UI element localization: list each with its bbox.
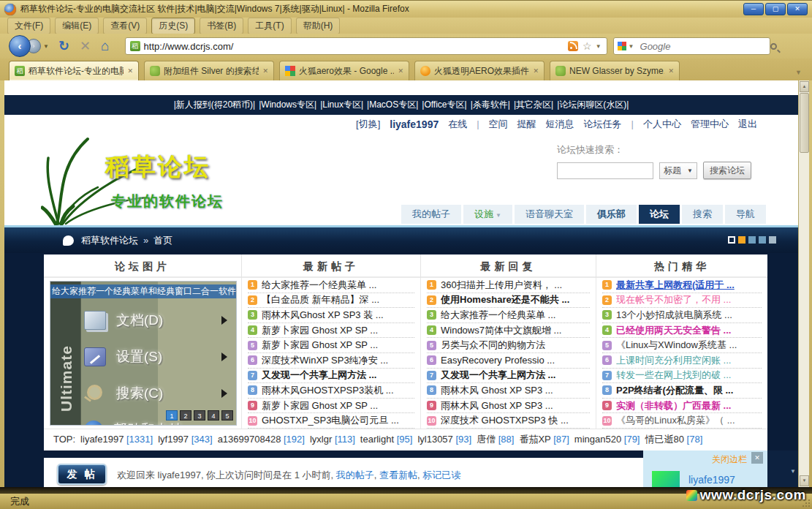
breadcrumb-page[interactable]: 首页 [153, 234, 172, 247]
forum-post-link[interactable]: 1给大家推荐一个经典菜单 ... [248, 278, 414, 293]
username-link[interactable]: liyafe1997 [390, 118, 439, 130]
forum-post-link[interactable]: 9实测（非转载）广西最新 ... [602, 399, 762, 414]
menu-item[interactable]: 历史(S) [151, 18, 195, 34]
forum-post-link[interactable]: 4新萝卜家园 Ghost XP SP ... [248, 323, 414, 339]
tab-close-icon[interactable]: ✕ [262, 67, 268, 75]
new-post-button[interactable]: 发 帖 [57, 464, 107, 485]
list-all-tabs-icon[interactable]: ▼ [795, 69, 802, 76]
search-type-select[interactable]: 标题 ▼ [659, 162, 697, 179]
quick-search-input[interactable] [557, 162, 653, 179]
menu-item[interactable]: 书签(B) [200, 18, 243, 34]
welcome-link[interactable]: 查看新帖 [379, 470, 417, 480]
forum-tab[interactable]: 俱乐部 [586, 205, 637, 224]
search-input[interactable] [640, 41, 770, 52]
top-user-name[interactable]: lyxlgr [310, 434, 335, 445]
forum-post-link[interactable]: 10《鸟哥的Linux私房菜》（ ... [602, 413, 762, 429]
forum-post-link[interactable]: 8雨林木风 Ghost XP SP3 ... [427, 383, 590, 399]
tab-close-icon[interactable]: ✕ [398, 67, 403, 75]
sidebar-scroll-arrow-icon[interactable]: ▼ [790, 468, 796, 475]
top-user-name[interactable]: mingan520 [574, 434, 624, 445]
forum-tab[interactable]: 设施▼ [463, 205, 512, 224]
tab-close-icon[interactable]: ✕ [127, 67, 133, 75]
sidebar-username[interactable]: liyafe1997 [688, 474, 735, 486]
forum-post-link[interactable]: 2【白金品质 新年精品】深 ... [248, 293, 414, 309]
forum-post-link[interactable]: 2使用Homeshare还是不能共 ... [427, 293, 590, 309]
forum-post-link[interactable]: 1最新共享上网教程(适用于 ... [602, 278, 762, 293]
close-sidebar-label[interactable]: 关闭边栏 [712, 453, 747, 466]
top-user-name[interactable]: lyf1997 [158, 434, 191, 445]
carousel-page-button[interactable]: 2 [180, 410, 191, 421]
forum-post-link[interactable]: 7又发现一个共享上网方法 ... [248, 369, 414, 384]
forum-post-link[interactable]: 1360扫描并上传用户资料， ... [427, 278, 590, 293]
userbar-link[interactable]: 短消息 [546, 118, 574, 131]
carousel-page-button[interactable]: 5 [221, 410, 233, 421]
top-user-name[interactable]: lyl13057 [417, 434, 455, 445]
forum-post-link[interactable]: 2现在帐号不加密了，不用 ... [602, 293, 762, 309]
resize-grip[interactable] [801, 498, 810, 507]
menu-item[interactable]: 编辑(E) [55, 18, 99, 34]
forum-post-link[interactable]: 7又发现一个共享上网方法 ... [427, 369, 590, 384]
browser-tab[interactable]: 火狐透明AERO效果插件~...✕ [414, 61, 545, 80]
forum-post-link[interactable]: 6EasyRecovery Professio ... [427, 353, 590, 369]
forum-post-link[interactable]: 6深度技术WinXP SP3纯净安 ... [248, 353, 414, 369]
search-box[interactable]: ▼ [613, 37, 770, 55]
menu-item[interactable]: 文件(F) [7, 18, 50, 34]
maximize-button[interactable]: ▢ [765, 3, 786, 15]
engine-dropdown-icon[interactable]: ▼ [629, 43, 634, 50]
userbar-link[interactable]: 管理中心 [691, 118, 729, 131]
topnav-link[interactable]: |其它杂区| [514, 99, 553, 111]
forum-post-link[interactable]: 8P2P终结者(分配流量、限 ... [602, 383, 762, 399]
forum-post-link[interactable]: 6上课时间充分利用空闲账 ... [602, 353, 762, 369]
page-scrollbar[interactable]: ▲ ▼ [798, 80, 809, 487]
topnav-link[interactable]: |论坛闲聊区(水区)| [557, 99, 629, 111]
stop-icon[interactable]: ✕ [80, 38, 91, 54]
scroll-down-icon[interactable]: ▼ [800, 475, 809, 486]
history-dropdown-icon[interactable]: ▼ [43, 43, 49, 50]
forum-post-link[interactable]: 9雨林木风 Ghost XP SP3 ... [427, 399, 590, 414]
forum-post-link[interactable]: 5另类与众不同的购物方法 [427, 338, 590, 353]
forum-post-link[interactable]: 5《Linux与XWindow系统基 ... [602, 338, 762, 353]
forum-tab[interactable]: 论坛 [639, 205, 680, 224]
carousel-page-button[interactable]: 4 [208, 410, 219, 421]
tab-close-icon[interactable]: ✕ [533, 67, 539, 75]
switch-user-link[interactable]: [切换] [356, 118, 380, 131]
topnav-link[interactable]: |Windows专区| [259, 99, 316, 111]
menu-item[interactable]: 帮助(H) [296, 18, 341, 34]
avatar[interactable] [652, 471, 680, 487]
top-user-name[interactable]: liyafe1997 [80, 434, 126, 445]
tab-close-icon[interactable]: ✕ [668, 67, 674, 75]
forum-tab[interactable]: 导航 [725, 205, 766, 224]
userbar-link[interactable]: 个人中心 [643, 118, 681, 131]
forum-post-link[interactable]: 10深度技术 GHOSTXPSP3 快 ... [427, 413, 590, 429]
forum-tab[interactable]: 搜索 [682, 205, 723, 224]
refresh-icon[interactable]: ↻ [58, 38, 69, 54]
userbar-link[interactable]: 论坛任务 [584, 118, 622, 131]
browser-tab[interactable]: NEW Glasser by Szyme...✕ [550, 61, 680, 80]
top-user-name[interactable]: tearlight [360, 434, 397, 445]
bookmark-star-icon[interactable]: ☆ [583, 40, 592, 52]
url-bar[interactable]: 稻 ☆ ▼ [125, 37, 607, 55]
browser-tab[interactable]: 稻稻草软件论坛-专业的电脑...✕ [9, 61, 139, 80]
carousel-page-button[interactable]: 1 [166, 410, 178, 421]
forum-image-carousel[interactable]: Ultimate 文档(D)设置(S)搜索(C)帮助和支持 给大家推荐一个经典菜… [50, 281, 237, 426]
google-engine-icon[interactable] [618, 42, 626, 50]
minimize-button[interactable]: ─ [743, 3, 764, 15]
back-button[interactable]: ‹ [9, 35, 31, 57]
top-user-name[interactable]: a13699708428 [218, 434, 284, 445]
userbar-link[interactable]: 提醒 [517, 118, 536, 131]
userbar-link[interactable]: 退出 [738, 118, 757, 131]
forum-post-link[interactable]: 3给大家推荐一个经典菜单 ... [427, 308, 590, 323]
home-icon[interactable]: ⌂ [101, 38, 109, 54]
menu-item[interactable]: 工具(T) [248, 18, 291, 34]
forum-post-link[interactable]: 10GHOSTXP_SP3电脑公司元旦 ... [248, 413, 414, 429]
search-icon[interactable] [770, 43, 777, 50]
menu-item[interactable]: 查看(V) [103, 18, 147, 34]
close-sidebar-icon[interactable]: ✕ [751, 452, 763, 464]
url-input[interactable] [144, 41, 566, 52]
topnav-link[interactable]: |Office专区| [422, 99, 466, 111]
forum-post-link[interactable]: 3雨林木风Ghost XP SP3 装 ... [248, 308, 414, 323]
scrollbar-thumb[interactable] [800, 93, 809, 153]
topnav-link[interactable]: |杀毒软件| [471, 99, 510, 111]
rss-icon[interactable] [568, 41, 578, 51]
breadcrumb-site-link[interactable]: 稻草软件论坛 [81, 234, 138, 247]
